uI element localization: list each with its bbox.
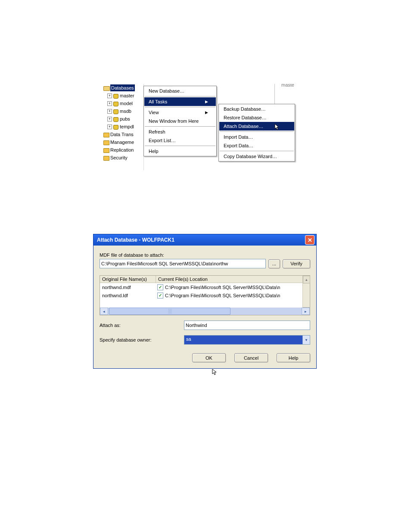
tree-node-model[interactable]: + model: [102, 100, 143, 107]
close-icon: ✕: [308, 237, 312, 243]
tree-label: master: [120, 93, 134, 98]
tree-label: msdb: [120, 109, 131, 114]
context-submenu-all-tasks[interactable]: Backup Database… Restore Database… Attac…: [218, 104, 295, 162]
tree-label: Security: [110, 155, 128, 160]
file-list-table: Original File Name(s) Current File(s) Lo…: [100, 275, 310, 315]
menu-item-all-tasks[interactable]: All Tasks ▶: [144, 97, 216, 106]
menu-item-backup-database[interactable]: Backup Database…: [219, 105, 294, 113]
verify-button[interactable]: Verify: [283, 259, 310, 268]
menu-item-new-window[interactable]: New Window from Here: [144, 117, 216, 125]
table-header: Original File Name(s) Current File(s) Lo…: [100, 276, 310, 283]
check-icon: ✓: [157, 284, 163, 290]
dialog-titlebar[interactable]: Attach Database - WOLFPACK1 ✕: [93, 234, 316, 246]
tree-node-tempdb[interactable]: + tempdl: [102, 123, 143, 131]
database-icon: [113, 93, 118, 99]
menu-item-help[interactable]: Help: [144, 147, 216, 156]
database-icon: [113, 109, 118, 114]
tree-node-replication[interactable]: Replication: [102, 146, 143, 154]
tree-node-pubs[interactable]: + pubs: [102, 115, 143, 123]
tree-label: Data Trans: [110, 132, 134, 137]
menu-item-view[interactable]: View ▶: [144, 108, 216, 117]
database-icon: [113, 116, 118, 122]
folder-icon: [103, 147, 109, 153]
menu-item-import-data[interactable]: Import Data…: [219, 133, 294, 141]
menu-separator: [220, 151, 294, 151]
cell-current-location: C:\Program Files\Microsoft SQL Server\MS…: [165, 293, 280, 298]
dialog-body: MDF file of database to attach: ... Veri…: [93, 246, 316, 368]
attach-database-dialog: Attach Database - WOLFPACK1 ✕ MDF file o…: [93, 234, 317, 369]
ok-button[interactable]: OK: [192, 353, 226, 362]
column-header-original[interactable]: Original File Name(s): [100, 276, 156, 283]
menu-item-new-database[interactable]: New Database…: [144, 87, 216, 95]
attach-as-label: Attach as:: [100, 323, 184, 328]
cell-original-filename: northwnd.mdf: [100, 285, 156, 290]
expand-icon[interactable]: +: [107, 124, 112, 129]
chevron-down-icon[interactable]: ▼: [302, 336, 310, 344]
database-owner-label: Specify database owner:: [100, 337, 184, 342]
truncated-text: maste: [281, 84, 294, 87]
help-button[interactable]: Help: [277, 353, 310, 362]
scroll-left-button[interactable]: ◂: [100, 308, 108, 315]
menu-item-refresh[interactable]: Refresh: [144, 128, 216, 136]
submenu-arrow-icon: ▶: [196, 100, 208, 104]
menu-item-copy-database-wizard[interactable]: Copy Database Wizard…: [219, 152, 294, 161]
table-row[interactable]: northwnd.ldf ✓C:\Program Files\Microsoft…: [100, 291, 310, 299]
cancel-button[interactable]: Cancel: [234, 353, 268, 362]
tree-node-msdb[interactable]: + msdb: [102, 107, 143, 115]
dialog-title: Attach Database - WOLFPACK1: [97, 237, 174, 243]
expand-icon[interactable]: +: [107, 117, 112, 121]
tree-label: Databases: [111, 85, 134, 90]
tree-label: Replication: [110, 147, 134, 152]
tree-label: Manageme: [110, 140, 134, 145]
tree-label: tempdl: [120, 124, 134, 129]
expand-icon[interactable]: +: [107, 109, 112, 114]
tree-label: pubs: [120, 116, 130, 121]
tree-panel: Databases + master + model + msdb + pubs…: [102, 84, 144, 170]
tree-node-data-transformation[interactable]: Data Trans: [102, 131, 143, 138]
expand-icon[interactable]: +: [107, 93, 112, 98]
database-owner-dropdown[interactable]: sa ▼: [184, 335, 310, 345]
scroll-up-button[interactable]: ▴: [303, 276, 310, 283]
folder-icon: [103, 155, 109, 161]
database-icon: [113, 101, 118, 106]
folder-icon: [103, 132, 109, 137]
close-button[interactable]: ✕: [305, 235, 314, 245]
enterprise-manager-fragment: maste Databases + master + model + msdb …: [102, 84, 303, 170]
menu-separator: [220, 131, 294, 132]
menu-separator: [145, 96, 215, 96]
tree-node-security[interactable]: Security: [102, 154, 143, 162]
database-icon: [113, 124, 118, 130]
expand-icon[interactable]: +: [107, 101, 112, 106]
attach-as-input[interactable]: [184, 320, 310, 330]
context-menu-databases[interactable]: New Database… All Tasks ▶ View ▶ New Win…: [143, 86, 217, 156]
mdf-file-label: MDF file of database to attach:: [100, 252, 310, 258]
mdf-path-input[interactable]: [100, 259, 266, 268]
tree-node-management[interactable]: Manageme: [102, 138, 143, 146]
cell-current-location: C:\Program Files\Microsoft SQL Server\MS…: [165, 285, 280, 290]
check-icon: ✓: [157, 292, 163, 299]
folder-icon: [103, 140, 109, 145]
tree-node-master[interactable]: + master: [102, 92, 143, 100]
cursor-icon: [212, 369, 219, 376]
browse-button[interactable]: ...: [268, 259, 280, 268]
menu-item-export-data[interactable]: Export Data…: [219, 141, 294, 150]
menu-separator: [145, 107, 215, 107]
folder-open-icon: [103, 85, 109, 91]
cell-original-filename: northwnd.ldf: [100, 293, 156, 298]
tree-label: model: [120, 101, 133, 106]
column-header-current[interactable]: Current File(s) Location: [156, 276, 310, 283]
submenu-arrow-icon: ▶: [196, 110, 208, 115]
menu-item-attach-database[interactable]: Attach Database…: [219, 122, 294, 131]
dropdown-selected-value: sa: [184, 336, 302, 344]
tree-node-databases[interactable]: Databases: [102, 84, 143, 92]
horizontal-scrollbar[interactable]: ◂ 𝄛 ▸: [100, 308, 310, 315]
menu-separator: [145, 126, 215, 127]
scrollbar-thumb[interactable]: 𝄛: [109, 308, 230, 315]
menu-item-export-list[interactable]: Export List…: [144, 136, 216, 145]
table-row[interactable]: northwnd.mdf ✓C:\Program Files\Microsoft…: [100, 283, 310, 291]
menu-item-restore-database[interactable]: Restore Database…: [219, 113, 294, 122]
menu-separator: [145, 146, 215, 146]
scroll-right-button[interactable]: ▸: [302, 308, 310, 315]
